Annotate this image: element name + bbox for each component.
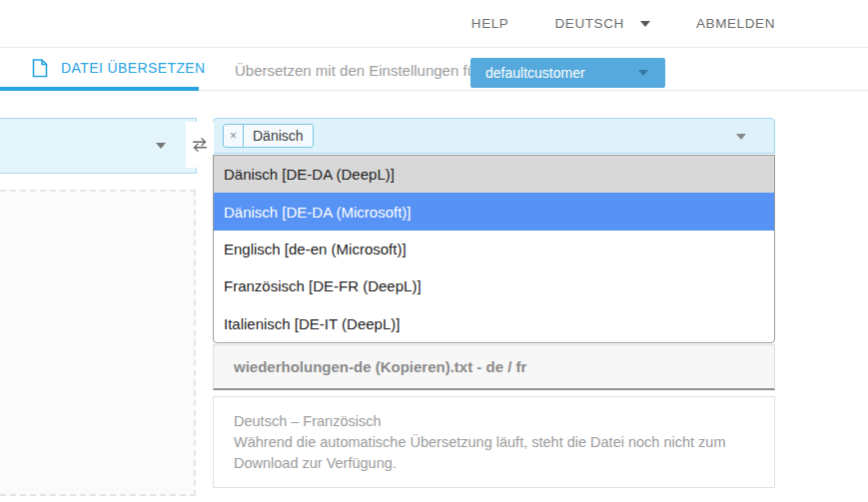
translation-status-panel: Deutsch – Französisch Während die automa… — [213, 396, 775, 488]
status-text: Während die automatische Übersetzung läu… — [234, 432, 754, 474]
chevron-down-icon — [736, 134, 746, 140]
tab-translate-file[interactable]: DATEI ÜBERSETZEN — [0, 49, 199, 91]
dropdown-option[interactable]: Französisch [DE-FR (DeepL)] — [214, 267, 774, 304]
target-language-select[interactable]: × Dänisch — [213, 118, 775, 154]
toolbar: DATEI ÜBERSETZEN Übersetzen mit den Eins… — [0, 49, 868, 91]
chevron-down-icon — [640, 21, 650, 27]
close-icon[interactable]: × — [224, 125, 244, 147]
customer-select[interactable]: defaultcustomer — [470, 58, 665, 88]
language-pair-text: Deutsch – Französisch — [234, 411, 754, 432]
file-name-text: wiederholungen-de (Kopieren).txt - de / … — [234, 358, 526, 375]
logout-link[interactable]: ABMELDEN — [696, 16, 775, 31]
settings-for-label: Übersetzen mit den Einstellungen für: — [235, 49, 484, 91]
dropdown-option[interactable]: Englisch [de-en (Microsoft)] — [214, 231, 774, 267]
help-link[interactable]: HELP — [471, 16, 509, 31]
customer-select-value: defaultcustomer — [485, 65, 585, 81]
chevron-down-icon — [156, 143, 166, 149]
file-dropzone[interactable] — [0, 190, 196, 496]
source-language-select[interactable] — [0, 118, 197, 174]
selected-language-tag: × Dänisch — [223, 124, 314, 148]
swap-arrows-icon — [189, 134, 211, 156]
swap-languages-button[interactable] — [186, 122, 214, 168]
file-document-icon — [32, 59, 48, 78]
dropdown-option[interactable]: Italienisch [DE-IT (DeepL)] — [214, 305, 774, 342]
file-entry-row: wiederholungen-de (Kopieren).txt - de / … — [213, 344, 775, 390]
dropdown-option[interactable]: Dänisch [DE-DA (Microsoft)] — [214, 193, 774, 230]
chevron-down-icon — [638, 70, 648, 76]
language-options-dropdown: Dänisch [DE-DA (DeepL)] Dänisch [DE-DA (… — [213, 155, 775, 343]
tab-translate-file-label: DATEI ÜBERSETZEN — [61, 60, 206, 76]
selected-language-tag-label: Dänisch — [244, 128, 313, 144]
language-menu[interactable]: DEUTSCH — [554, 16, 649, 31]
topbar: HELP DEUTSCH ABMELDEN — [0, 0, 868, 48]
language-menu-label: DEUTSCH — [554, 16, 623, 31]
dropdown-option[interactable]: Dänisch [DE-DA (DeepL)] — [214, 156, 774, 193]
